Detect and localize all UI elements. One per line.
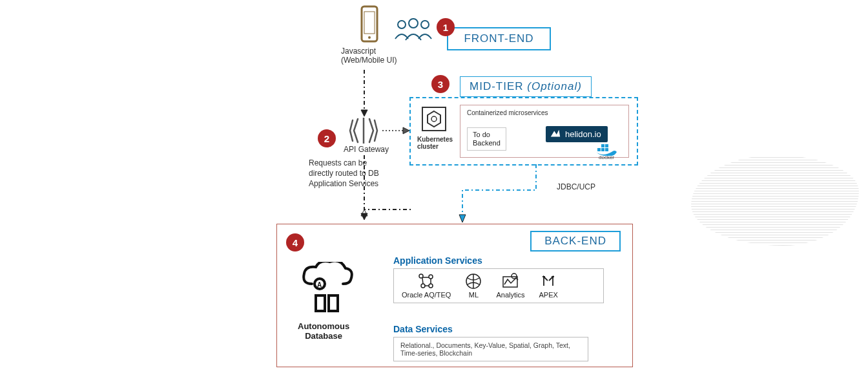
svg-rect-16 xyxy=(316,295,325,311)
data-services-box: Relational., Documents, Key-Value, Spati… xyxy=(393,337,588,361)
microservices-box: Containerized microservices To do Backen… xyxy=(460,105,629,158)
arrow-api-to-midtier xyxy=(382,127,412,136)
svg-point-2 xyxy=(368,36,371,39)
midtier-title-text: MID-TIER xyxy=(470,80,524,92)
service-aq: Oracle AQ/TEQ xyxy=(402,273,451,299)
service-analytics-label: Analytics xyxy=(496,291,524,299)
helidon-badge: helidon.io xyxy=(546,126,608,142)
badge-4: 4 xyxy=(286,233,304,252)
k8s-label: Kubernetes cluster xyxy=(417,136,453,150)
badge-1: 1 xyxy=(437,18,455,36)
badge-3: 3 xyxy=(431,75,450,93)
autonomous-db-icon: A xyxy=(302,262,353,320)
service-apex-label: APEX xyxy=(539,291,557,299)
svg-rect-10 xyxy=(601,148,604,151)
todo-backend: To do Backend xyxy=(467,127,506,151)
backend-title: BACK-END xyxy=(530,231,621,252)
frontend-title: FRONT-END xyxy=(447,27,551,50)
app-services-heading: Application Services xyxy=(393,255,482,266)
svg-point-5 xyxy=(421,21,429,28)
svg-rect-1 xyxy=(364,12,375,34)
kubernetes-icon xyxy=(421,106,447,132)
docker-label: docker xyxy=(599,155,614,160)
cloud-texture-left xyxy=(19,45,297,136)
midtier-title: MID-TIER (Optional) xyxy=(460,76,592,97)
service-ml: ML xyxy=(465,273,482,299)
svg-rect-9 xyxy=(597,148,601,151)
service-ml-label: ML xyxy=(469,291,479,299)
svg-point-8 xyxy=(431,116,437,122)
data-services-heading: Data Services xyxy=(393,324,453,334)
arrow-frontend-to-api xyxy=(360,70,373,120)
jdbc-label: JDBC/UCP xyxy=(557,182,595,191)
backend-container: 4 BACK-END A Autonomous Database Applica… xyxy=(276,224,633,367)
microservices-heading: Containerized microservices xyxy=(467,109,548,116)
api-gateway-label: API Gateway xyxy=(344,145,389,154)
users-icon xyxy=(393,17,434,43)
arrow-api-to-backend xyxy=(360,155,418,226)
service-analytics: Analytics xyxy=(496,273,524,299)
cloud-texture-right xyxy=(691,155,859,246)
service-apex: APEX xyxy=(539,273,557,299)
svg-rect-17 xyxy=(329,295,338,311)
svg-point-19 xyxy=(429,275,433,279)
midtier-optional: (Optional) xyxy=(527,80,582,92)
svg-point-21 xyxy=(429,284,433,288)
svg-point-4 xyxy=(409,19,418,28)
svg-marker-7 xyxy=(428,111,440,127)
cloud-texture-bottom-left xyxy=(39,259,168,310)
svg-rect-13 xyxy=(605,144,608,147)
svg-rect-11 xyxy=(605,148,608,151)
docker-icon xyxy=(596,143,617,156)
smartphone-icon xyxy=(359,5,380,43)
service-aq-label: Oracle AQ/TEQ xyxy=(402,291,451,299)
svg-rect-12 xyxy=(601,144,604,147)
javascript-label: Javascript (Web/Mobile UI) xyxy=(341,47,397,65)
arrow-midtier-to-backend xyxy=(459,164,542,226)
svg-point-3 xyxy=(398,21,406,28)
autonomous-db-label: Autonomous Database xyxy=(298,321,349,341)
svg-text:A: A xyxy=(317,281,322,288)
app-services-box: Oracle AQ/TEQ ML Analytics APEX xyxy=(393,268,604,303)
api-gateway-icon xyxy=(349,118,378,144)
badge-2: 2 xyxy=(318,129,336,147)
helidon-label: helidon.io xyxy=(565,129,601,139)
svg-point-24 xyxy=(512,273,517,279)
midtier-container: Kubernetes cluster Containerized microse… xyxy=(409,97,638,166)
